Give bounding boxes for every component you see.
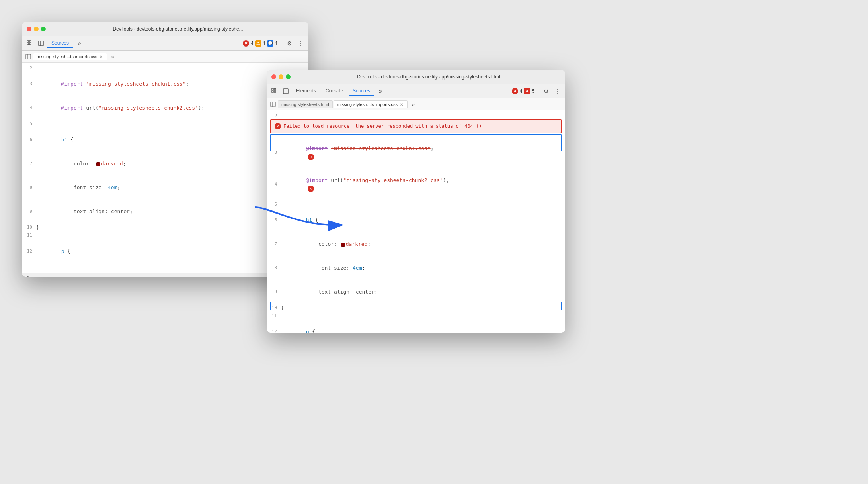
code-line2-10: 10 } [267,304,565,312]
titlebar-1: DevTools - devtools-dbg-stories.netlify.… [22,22,308,36]
code-line2-6: 6 h1 { [267,208,565,232]
devtools-toolbar-2: Elements Console Sources » ✕ 4 ✕ 5 ⚙ ⋮ [267,84,565,98]
panel-icon-2[interactable] [281,86,291,96]
file-tab-label: missing-stylesh...ts-imports.css [37,54,97,59]
error2-icon-2: ✕ [524,88,530,94]
code-line-10: 10 } [22,223,308,231]
more-tabs-icon-2[interactable]: » [376,86,385,96]
error-badge-container: ✕ 4 ⚠ 1 💬 1 [243,40,278,47]
code-line2-4: 4 @import url("missing-stylesheets-chunk… [267,169,565,200]
cursor-icon-2[interactable] [270,86,279,96]
traffic-lights-1 [27,27,46,31]
tab-console-2[interactable]: Console [322,86,347,96]
code-editor-2: ✕ Failed to load resource: the server re… [267,110,565,333]
minimize-button-1[interactable] [34,27,39,31]
settings-icon-1[interactable]: ⚙ [285,39,294,48]
tab-sources-2[interactable]: Sources [349,86,374,96]
svg-rect-4 [39,41,43,46]
svg-rect-6 [26,54,31,59]
traffic-lights-2 [271,74,291,79]
maximize-button-1[interactable] [41,27,46,31]
file-tab-css-label-2: missing-stylesh...ts-imports.css [337,102,398,107]
settings-icon-2[interactable]: ⚙ [541,86,551,96]
more-files-icon[interactable]: » [108,52,117,61]
toolbar-sep [281,39,281,47]
minimize-button-2[interactable] [279,74,283,79]
file-tabs-2: missing-stylesheets.html missing-stylesh… [267,98,565,110]
error-overlay: ✕ Failed to load resource: the server re… [270,119,562,133]
file-tab-close[interactable]: ✕ [99,55,103,59]
close-button-2[interactable] [271,74,276,79]
error2-count-2: 5 [532,88,534,94]
code-line-7: 7 color: darkred; [22,152,308,176]
error-icon: ✕ [243,40,249,47]
svg-rect-13 [283,89,288,94]
error-message: Failed to load resource: the server resp… [283,122,482,130]
status-bar-1: {} Line 18, Column 1 Coverage: n/a [22,273,308,277]
warning-icon: ⚠ [255,40,261,47]
error-count: 4 [251,41,254,46]
more-files-icon-2[interactable]: » [408,100,418,109]
code-line-6: 6 h1 { [22,128,308,152]
toolbar-sep-2 [538,87,538,95]
code-line2-2: 2 [267,112,565,120]
titlebar-2: DevTools - devtools-dbg-stories.netlify.… [267,70,565,84]
file-tab-html[interactable]: missing-stylesheets.html [278,100,333,108]
sidebar-toggle-1[interactable] [24,53,32,61]
svg-rect-1 [29,41,31,42]
devtools-window-2: DevTools - devtools-dbg-stories.netlify.… [267,70,565,333]
position-label-1: Line 18, Column 1 [35,276,70,277]
kebab-icon-1[interactable]: ⋮ [296,39,305,48]
file-tabs-1: missing-stylesh...ts-imports.css ✕ » [22,51,308,63]
code-line-5: 5 [22,120,308,128]
svg-rect-3 [29,43,31,45]
code-line2-9: 9 text-align: center; [267,280,565,304]
code-line-12: 12 p { [22,239,308,263]
code-line-2: 2 [22,64,308,72]
code-line-13: 13 color: darkgreen; [22,263,308,273]
devtools-toolbar-1: Sources » ✕ 4 ⚠ 1 💬 1 ⚙ ⋮ [22,36,308,51]
panel-icon[interactable] [36,39,46,48]
maximize-button-2[interactable] [286,74,291,79]
code-line2-8: 8 font-size: 4em; [267,256,565,280]
svg-rect-2 [27,43,29,45]
devtools-window-1: DevTools - devtools-dbg-stories.netlify.… [22,22,308,277]
code-line2-3: 3 @import "missing-stylesheets-chukn1.cs… [267,137,565,169]
svg-rect-9 [272,88,273,90]
window-title-1: DevTools - devtools-dbg-stories.netlify.… [52,26,304,32]
code-line-8: 8 font-size: 4em; [22,176,308,200]
cursor-icon[interactable] [25,39,35,48]
file-tab-html-label: missing-stylesheets.html [281,102,329,107]
more-tabs-icon[interactable]: » [74,39,84,48]
file-tab-css-2[interactable]: missing-stylesh...ts-imports.css ✕ [334,100,408,108]
svg-rect-10 [274,88,276,90]
tab-elements-2[interactable]: Elements [292,86,320,96]
window-title-2: DevTools - devtools-dbg-stories.netlify.… [297,74,560,80]
code-line2-11: 11 [267,312,565,320]
warning-count: 1 [263,41,266,46]
brackets-icon-1: {} [27,275,30,277]
kebab-icon-2[interactable]: ⋮ [552,86,562,96]
error-badge-container-2: ✕ 4 ✕ 5 [512,88,534,94]
line3-error-badge: ✕ [308,154,314,160]
sidebar-toggle-2[interactable] [269,100,277,108]
code-line-11: 11 [22,231,308,239]
error-icon-2: ✕ [512,88,518,94]
code-line2-7: 7 color: darkred; [267,232,565,256]
line4-error-badge: ✕ [308,186,314,192]
file-tab-css[interactable]: missing-stylesh...ts-imports.css ✕ [33,53,107,60]
svg-rect-0 [27,41,29,42]
code-line2-5: 5 [267,200,565,208]
info-icon: 💬 [267,40,273,47]
error-overlay-icon: ✕ [275,123,281,129]
code-line-3: 3 @import "missing-stylesheets-chukn1.cs… [22,72,308,96]
close-button-1[interactable] [27,27,31,31]
code-editor-1: 2 3 @import "missing-stylesheets-chukn1.… [22,63,308,273]
file-tab-css-close-2[interactable]: ✕ [399,102,404,107]
code-line-9: 9 text-align: center; [22,200,308,223]
error-count-2: 4 [520,88,523,94]
tab-sources-1[interactable]: Sources [47,39,73,48]
svg-rect-15 [271,102,275,107]
info-count: 1 [275,41,278,46]
code-line-4: 4 @import url("missing-stylesheets-chunk… [22,96,308,120]
